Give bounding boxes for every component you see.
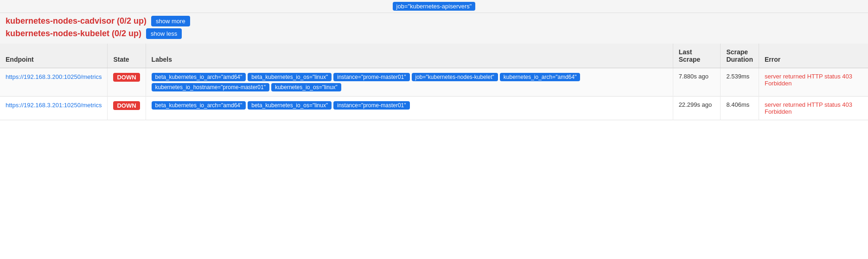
col-labels: Labels bbox=[146, 44, 673, 68]
label-chip: beta_kubernetes_io_os="linux" bbox=[248, 73, 332, 81]
cell-scrape-duration: 2.539ms bbox=[721, 68, 759, 97]
endpoint-link[interactable]: https://192.168.3.201:10250/metrics bbox=[6, 102, 102, 109]
cell-state: DOWN bbox=[108, 97, 146, 120]
cell-endpoint: https://192.168.3.201:10250/metrics bbox=[0, 97, 108, 120]
label-chip: beta_kubernetes_io_os="linux" bbox=[248, 101, 332, 110]
table-header-row: Endpoint State Labels Last Scrape Scrape… bbox=[0, 44, 868, 68]
group-headers: kubernetes-nodes-cadvisor (0/2 up) show … bbox=[0, 13, 868, 44]
label-chip: beta_kubernetes_io_arch="amd64" bbox=[152, 101, 246, 110]
cell-error: server returned HTTP status 403 Forbidde… bbox=[759, 97, 868, 120]
label-chip: instance="prome-master01" bbox=[333, 101, 409, 110]
cadvisor-toggle-button[interactable]: show more bbox=[151, 16, 190, 26]
col-scrape-duration: ScrapeDuration bbox=[721, 44, 759, 68]
state-badge: DOWN bbox=[113, 101, 140, 110]
label-chip: beta_kubernetes_io_arch="amd64" bbox=[152, 73, 246, 81]
col-error: Error bbox=[759, 44, 868, 68]
col-state: State bbox=[108, 44, 146, 68]
label-chip: kubernetes_io_os="linux" bbox=[271, 83, 341, 91]
label-chip: job="kubernetes-nodes-kubelet" bbox=[412, 73, 498, 81]
table-row: https://192.168.3.200:10250/metricsDOWNb… bbox=[0, 68, 868, 97]
cell-labels: beta_kubernetes_io_arch="amd64"beta_kube… bbox=[146, 97, 673, 120]
job-label-tag: job="kubernetes-apiservers" bbox=[393, 2, 476, 11]
top-bar: job="kubernetes-apiservers" bbox=[0, 0, 868, 13]
cadvisor-group-row: kubernetes-nodes-cadvisor (0/2 up) show … bbox=[6, 16, 862, 26]
cell-last-scrape: 22.299s ago bbox=[673, 97, 721, 120]
col-last-scrape: Last Scrape bbox=[673, 44, 721, 68]
kubelet-group-title: kubernetes-nodes-kubelet (0/2 up) bbox=[6, 29, 141, 39]
cell-scrape-duration: 8.406ms bbox=[721, 97, 759, 120]
state-badge: DOWN bbox=[113, 73, 140, 82]
cadvisor-group-title: kubernetes-nodes-cadvisor (0/2 up) bbox=[6, 16, 147, 26]
cell-error: server returned HTTP status 403 Forbidde… bbox=[759, 68, 868, 97]
kubelet-group-row: kubernetes-nodes-kubelet (0/2 up) show l… bbox=[6, 28, 862, 39]
endpoint-link[interactable]: https://192.168.3.200:10250/metrics bbox=[6, 73, 102, 80]
label-chip: kubernetes_io_arch="amd64" bbox=[500, 73, 581, 81]
table-row: https://192.168.3.201:10250/metricsDOWNb… bbox=[0, 97, 868, 120]
cell-last-scrape: 7.880s ago bbox=[673, 68, 721, 97]
col-endpoint: Endpoint bbox=[0, 44, 108, 68]
label-chip: instance="prome-master01" bbox=[333, 73, 409, 81]
cell-endpoint: https://192.168.3.200:10250/metrics bbox=[0, 68, 108, 97]
kubelet-toggle-button[interactable]: show less bbox=[146, 28, 182, 39]
cell-state: DOWN bbox=[108, 68, 146, 97]
label-chip: kubernetes_io_hostname="prome-master01" bbox=[152, 83, 269, 91]
targets-table: Endpoint State Labels Last Scrape Scrape… bbox=[0, 44, 868, 120]
cell-labels: beta_kubernetes_io_arch="amd64"beta_kube… bbox=[146, 68, 673, 97]
